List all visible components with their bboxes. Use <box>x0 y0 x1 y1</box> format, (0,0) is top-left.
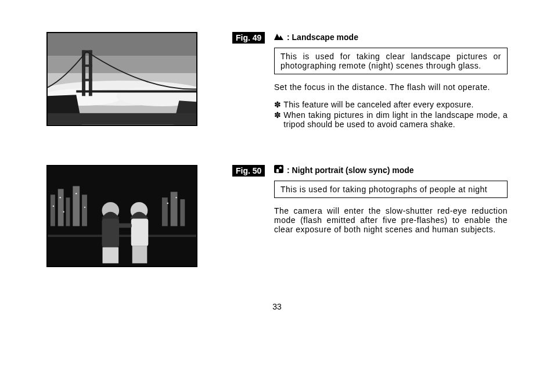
svg-point-24 <box>59 197 60 198</box>
svg-rect-19 <box>82 195 87 226</box>
figure-49-photo-container <box>46 32 209 126</box>
svg-rect-12 <box>82 79 92 81</box>
landscape-box: This is used for taking clear landscape … <box>274 48 508 74</box>
svg-rect-13 <box>76 90 196 92</box>
bullet-text: When taking pictures in dim light in the… <box>283 110 508 129</box>
svg-rect-36 <box>132 246 148 264</box>
svg-rect-37 <box>118 223 132 228</box>
svg-rect-11 <box>82 64 92 67</box>
bullet-item: ✽ This feature will be canceled after ev… <box>274 100 508 109</box>
svg-rect-16 <box>58 189 64 226</box>
svg-rect-32 <box>102 219 120 247</box>
landscape-para: Set the focus in the distance. The flash… <box>274 82 508 92</box>
night-portrait-para: The camera will enter the slow-shutter r… <box>274 206 508 234</box>
svg-point-29 <box>175 197 177 198</box>
section-1-content: : Landscape mode This is used for taking… <box>274 32 508 130</box>
svg-rect-17 <box>66 197 70 226</box>
figure-50-label: Fig. 50 <box>232 165 265 177</box>
svg-rect-35 <box>131 219 149 246</box>
figure-49-label: Fig. 49 <box>232 32 265 44</box>
figure-50-photo-container <box>46 165 209 267</box>
section-night-portrait: Fig. 50 : Night portrait (slow sync) mod… <box>46 165 508 267</box>
svg-point-25 <box>63 211 64 213</box>
bullet-text: This feature will be canceled after ever… <box>283 100 508 109</box>
figure-49-photo <box>46 32 197 126</box>
bridge-image <box>48 33 196 125</box>
section-1-right: Fig. 49 : Landscape mode This is used fo… <box>232 32 508 130</box>
bullet-mark: ✽ <box>274 100 281 109</box>
night-portrait-image <box>48 166 196 266</box>
svg-rect-20 <box>162 197 168 226</box>
svg-rect-30 <box>48 235 196 237</box>
night-portrait-icon <box>274 165 283 175</box>
section-2-right: Fig. 50 : Night portrait (slow sync) mod… <box>232 165 508 242</box>
landscape-bullets: ✽ This feature will be canceled after ev… <box>274 100 508 129</box>
bullet-item: ✽ When taking pictures in dim light in t… <box>274 110 508 129</box>
night-portrait-box: This is used for taking photographs of p… <box>274 181 508 198</box>
landscape-icon <box>274 32 283 42</box>
night-portrait-heading-text: : Night portrait (slow sync) mode <box>287 166 414 175</box>
night-portrait-heading: : Night portrait (slow sync) mode <box>274 165 508 175</box>
section-2-content: : Night portrait (slow sync) mode This i… <box>274 165 508 242</box>
fig-50-label-col: Fig. 50 <box>232 165 268 177</box>
figure-50-photo <box>46 165 197 267</box>
svg-rect-1 <box>48 33 196 56</box>
landscape-heading: : Landscape mode <box>274 32 508 42</box>
svg-point-28 <box>167 203 168 204</box>
bullet-mark: ✽ <box>274 110 281 120</box>
page: Fig. 49 : Landscape mode This is used fo… <box>0 0 554 392</box>
page-number: 33 <box>46 302 508 311</box>
svg-point-26 <box>75 193 77 194</box>
svg-rect-9 <box>89 51 92 96</box>
svg-rect-18 <box>73 186 80 226</box>
fig-49-label-col: Fig. 49 <box>232 32 268 44</box>
svg-rect-15 <box>51 195 55 226</box>
svg-rect-7 <box>48 113 196 125</box>
svg-point-23 <box>53 206 54 207</box>
svg-rect-40 <box>276 171 279 172</box>
svg-rect-22 <box>180 199 185 226</box>
svg-point-27 <box>84 207 85 208</box>
section-landscape: Fig. 49 : Landscape mode This is used fo… <box>46 32 508 130</box>
svg-rect-33 <box>103 247 119 264</box>
landscape-heading-text: : Landscape mode <box>287 33 358 42</box>
